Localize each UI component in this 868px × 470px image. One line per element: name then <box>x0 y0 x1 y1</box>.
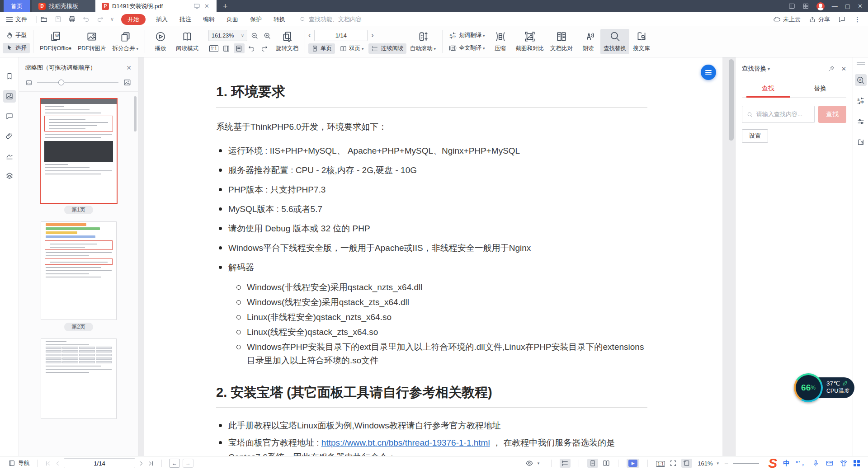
rotate-right-button[interactable] <box>259 43 270 53</box>
sogou-logo-icon[interactable]: S <box>768 457 777 469</box>
layout-switch-icon[interactable] <box>788 3 795 9</box>
doc-compare-button[interactable]: 文档比对 <box>547 29 576 54</box>
fit-page-status-button[interactable] <box>681 459 692 468</box>
single-page-button[interactable]: 单页 <box>308 43 335 54</box>
next-page-icon[interactable] <box>138 460 145 467</box>
zoom-slider[interactable] <box>733 463 759 464</box>
small-image-icon[interactable] <box>25 79 33 86</box>
redo-icon[interactable] <box>96 15 104 23</box>
prev-page-icon[interactable]: ‹ <box>308 31 311 39</box>
select-tool-button[interactable]: 选择 <box>3 43 30 53</box>
hand-tool-button[interactable]: 手型 <box>3 30 30 41</box>
zoom-select[interactable]: 161.23% ∨ <box>208 30 247 41</box>
read-aloud-button[interactable]: 朗读 <box>576 29 600 54</box>
document-viewport[interactable]: 1. 环境要求 系统基于ThinkPHP6.0开发，环境要求如下： 运行环境 :… <box>138 57 735 456</box>
first-page-icon[interactable] <box>45 460 52 467</box>
tab-home[interactable]: 首页 <box>4 0 30 12</box>
new-tab-button[interactable]: + <box>217 1 234 12</box>
signature-panel-button[interactable] <box>3 150 16 162</box>
menu-tab-start[interactable]: 开始 <box>121 14 146 25</box>
play-button[interactable]: 播放 <box>148 29 173 54</box>
prev-page-icon[interactable] <box>54 460 61 467</box>
full-translate-button[interactable]: 全文翻译▾ <box>446 43 488 53</box>
settings-sliders-button[interactable] <box>855 116 867 127</box>
zoom-out-button[interactable] <box>249 31 260 41</box>
skin-tshirt-icon[interactable] <box>840 459 848 467</box>
fit-width-status-button[interactable] <box>670 460 677 467</box>
print-icon[interactable] <box>68 15 76 23</box>
auto-scroll-button[interactable]: 自动滚动▾ <box>406 29 439 54</box>
actual-size-status-button[interactable]: 1:1 <box>656 460 665 467</box>
undo-icon[interactable] <box>82 15 90 23</box>
single-page-view-button[interactable] <box>587 459 598 468</box>
library-search-button[interactable] <box>855 136 867 148</box>
minimize-button[interactable]: — <box>832 3 838 9</box>
compress-button[interactable]: 压缩 <box>488 29 513 54</box>
layers-panel-button[interactable] <box>3 169 16 182</box>
actual-size-button[interactable]: 1:1 <box>208 43 219 53</box>
find-input[interactable]: 请输入查找内容... <box>742 106 815 123</box>
zoom-out-status-button[interactable]: − <box>724 459 728 467</box>
pdf-to-office-button[interactable]: W PDF转Office <box>37 29 75 54</box>
comments-panel-button[interactable] <box>3 110 16 122</box>
keyboard-icon[interactable] <box>826 459 834 467</box>
more-actions-icon[interactable]: ∨ <box>110 16 114 22</box>
fit-page-button[interactable] <box>234 43 245 53</box>
menu-tab-convert[interactable]: 转换 <box>268 15 291 24</box>
user-avatar[interactable] <box>816 2 825 10</box>
comment-bubble-icon[interactable] <box>838 15 846 23</box>
bookmarks-panel-button[interactable] <box>3 70 16 83</box>
next-page-icon[interactable]: › <box>371 31 373 39</box>
find-panel-caret-icon[interactable]: ▾ <box>768 66 770 71</box>
menu-tab-protect[interactable]: 保护 <box>244 15 268 24</box>
menu-tab-page[interactable]: 页面 <box>221 15 244 24</box>
double-page-view-button[interactable] <box>603 460 610 467</box>
floating-assistant-button[interactable] <box>701 65 716 80</box>
page-thumbnail-3[interactable] <box>41 338 117 419</box>
find-replace-button[interactable]: 查找替换 <box>600 29 629 54</box>
menu-tab-edit[interactable]: 编辑 <box>197 15 221 24</box>
find-tool-button[interactable]: A <box>855 74 867 86</box>
document-scrollbar[interactable] <box>729 59 734 141</box>
open-folder-icon[interactable] <box>40 15 48 23</box>
split-merge-button[interactable]: 拆分合并▾ <box>109 29 142 54</box>
find-button[interactable]: 查找 <box>818 106 846 123</box>
ime-language-toggle[interactable]: 中 <box>783 459 790 468</box>
menu-tab-comment[interactable]: 批注 <box>174 15 197 24</box>
last-page-icon[interactable] <box>147 460 154 467</box>
close-window-button[interactable]: ✕ <box>858 3 863 9</box>
translate-tool-button[interactable]: a中 <box>855 95 867 107</box>
pdf-to-image-button[interactable]: PDF转图片 <box>75 29 109 54</box>
page-number-input[interactable] <box>314 30 368 41</box>
tab-find[interactable]: 查找 <box>742 81 794 97</box>
tab-docer-template[interactable]: D 找稻壳模板 <box>32 0 95 12</box>
large-image-icon[interactable] <box>123 78 132 87</box>
zoom-level[interactable]: 161% ▾ <box>697 460 720 467</box>
find-panel-close-icon[interactable]: ✕ <box>841 65 846 72</box>
play-slideshow-button[interactable]: ▶ <box>627 459 639 468</box>
ime-toolbox-icon[interactable] <box>854 460 860 466</box>
eye-protect-button[interactable]: ▾ <box>522 459 543 467</box>
screenshot-compare-button[interactable]: 截图和对比 <box>513 29 547 54</box>
tutorial-link[interactable]: https://www.bt.cn/bbs/thread-19376-1-1.h… <box>321 438 490 447</box>
forward-button[interactable]: → <box>183 459 193 468</box>
slider-track[interactable] <box>37 82 118 83</box>
find-settings-button[interactable]: 设置 <box>742 129 768 143</box>
zoom-in-button[interactable] <box>262 31 273 41</box>
panel-drag-handle[interactable] <box>857 62 865 65</box>
tab-close-icon[interactable]: ✕ <box>203 3 210 9</box>
share-button[interactable]: 分享 <box>809 15 830 24</box>
command-search[interactable]: 查找功能、文档内容 <box>299 15 362 24</box>
apps-grid-icon[interactable] <box>802 3 809 9</box>
ime-punctuation-toggle[interactable]: °'， <box>796 460 806 467</box>
cloud-status[interactable]: 未上云 <box>773 15 801 24</box>
more-menu-icon[interactable]: ⋮ <box>854 15 861 24</box>
read-mode-button[interactable]: 阅读模式 <box>173 29 202 54</box>
page-thumbnail-2[interactable] <box>41 221 117 320</box>
double-page-button[interactable]: 双页▾ <box>337 43 367 54</box>
word-translate-button[interactable]: a中 划词翻译▾ <box>446 30 488 41</box>
continuous-view-button[interactable] <box>560 459 571 468</box>
microphone-icon[interactable] <box>812 460 820 467</box>
page-thumbnail-1[interactable] <box>41 99 117 203</box>
thumbnails-panel-button[interactable] <box>3 90 16 103</box>
